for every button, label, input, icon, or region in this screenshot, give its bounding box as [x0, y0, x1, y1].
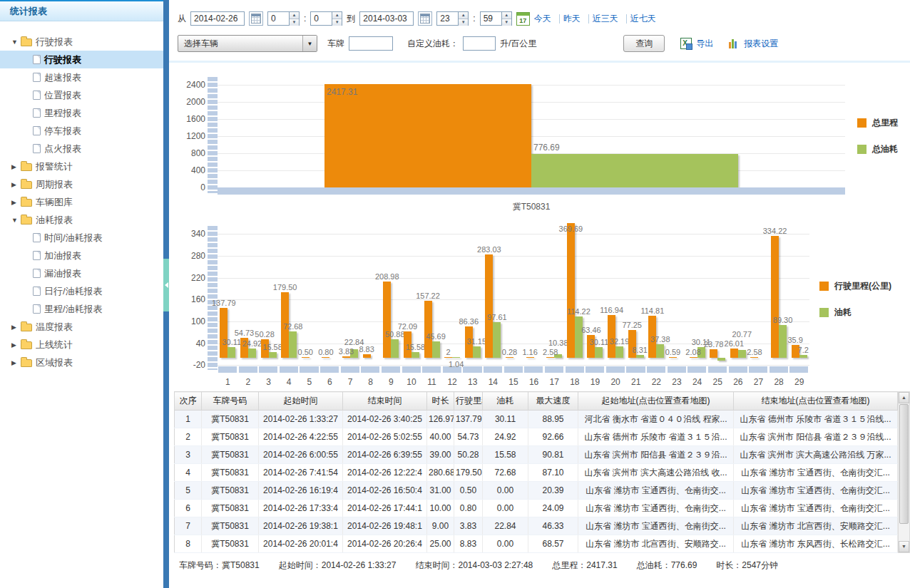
vehicle-select[interactable]: 选择车辆 ▼ [178, 35, 317, 52]
spin-down-icon[interactable]: ▼ [459, 19, 468, 26]
expand-arrow-icon[interactable]: ▶ [11, 199, 21, 206]
folder-icon [21, 217, 32, 225]
bar-value-label: 2 [431, 348, 466, 356]
sidebar-item-行驶报表[interactable]: 行驶报表 [0, 51, 163, 68]
table-row[interactable]: 2冀T508312014-02-26 4:22:552014-02-26 5:0… [175, 428, 898, 446]
sidebar-folder-行驶报表[interactable]: ▼行驶报表 [0, 33, 163, 51]
spin-down-icon[interactable]: ▼ [332, 19, 342, 26]
summary-item: 总油耗：776.69 [637, 559, 697, 572]
bar-value-label: 37.38 [643, 335, 678, 344]
fuel-input[interactable] [463, 36, 496, 51]
sidebar-folder-车辆图库[interactable]: ▶车辆图库 [0, 193, 163, 211]
sidebar-item-加油报表[interactable]: 加油报表 [0, 247, 163, 264]
settings-link[interactable]: 报表设置 [744, 38, 778, 50]
cell-address-link[interactable]: 山东省 潍坊市 北宫西街、安顺路交... [578, 535, 734, 553]
cell-address-link[interactable]: 山东省 潍坊市 宝通西街、仓南街交... [578, 500, 734, 517]
calendar-from-icon[interactable] [249, 11, 263, 26]
minute-from-input[interactable] [310, 11, 332, 26]
table-row[interactable]: 7冀T508312014-02-26 19:38:12014-02-26 19:… [175, 517, 898, 535]
expand-arrow-icon[interactable]: ▶ [11, 181, 21, 188]
table-row[interactable]: 3冀T508312014-02-26 6:00:552014-02-26 6:3… [175, 446, 898, 464]
cell-address-link[interactable]: 山东省 潍坊市 宝通西街、仓南街交... [578, 517, 734, 535]
sidebar-item-里程报表[interactable]: 里程报表 [0, 104, 163, 122]
spin-up-icon[interactable]: ▲ [459, 12, 468, 19]
query-button[interactable]: 查询 [623, 35, 665, 52]
cell-address-link[interactable]: 山东省 滨州市 滨大高速公路沿线 万家... [734, 446, 898, 464]
cell-address-link[interactable]: 山东省 滨州市 阳信县 省道２３９沿... [578, 446, 734, 464]
cell-address-link[interactable]: 山东省 滨州市 滨大高速公路沿线 收... [578, 464, 734, 482]
cell-address-link[interactable]: 山东省 潍坊市 北宫西街、安顺路交汇... [734, 517, 898, 535]
sidebar-splitter[interactable] [163, 0, 169, 588]
spin-up-icon[interactable]: ▲ [332, 12, 342, 19]
sidebar-folder-上线统计[interactable]: ▶上线统计 [0, 336, 163, 354]
x-axis-band-segment [729, 366, 747, 373]
legend-label: 总里程 [872, 117, 898, 129]
expand-arrow-icon[interactable]: ▶ [11, 341, 21, 349]
collapse-arrow-icon[interactable]: ▼ [11, 217, 21, 224]
folder-icon [21, 38, 32, 46]
date-from-input[interactable] [190, 11, 245, 26]
sidebar-folder-油耗报表[interactable]: ▼油耗报表 [0, 211, 163, 229]
calendar-to-icon[interactable] [418, 11, 432, 26]
scroll-down-button[interactable]: ▼ [899, 541, 909, 552]
scroll-up-button[interactable]: ▲ [899, 392, 909, 403]
cell: 2014-02-26 7:41:54 [259, 464, 343, 482]
dropdown-arrow-icon[interactable]: ▼ [302, 36, 317, 51]
scroll-thumb[interactable] [899, 404, 909, 524]
cell-address-link[interactable]: 河北省 衡水市 省道０４０沿线 程家... [578, 411, 734, 428]
expand-arrow-icon[interactable]: ▶ [11, 163, 21, 170]
hour-to-input[interactable] [436, 11, 458, 26]
collapse-arrow-icon[interactable]: ▼ [11, 38, 21, 46]
sidebar-folder-区域报表[interactable]: ▶区域报表 [0, 354, 163, 371]
link-last-3-days[interactable]: 近三天 [593, 13, 618, 25]
sidebar-item-停车报表[interactable]: 停车报表 [0, 122, 163, 140]
expand-arrow-icon[interactable]: ▶ [11, 359, 21, 366]
cell-address-link[interactable]: 山东省 潍坊市 宝通西街、仓南街交汇... [734, 464, 898, 482]
link-today[interactable]: 今天 [534, 13, 551, 25]
table-row[interactable]: 8冀T508312014-02-26 20:01:42014-02-26 20:… [175, 535, 898, 553]
cell-address-link[interactable]: 山东省 潍坊市 宝通西街、仓南街交... [578, 482, 734, 500]
sidebar-item-位置报表[interactable]: 位置报表 [0, 86, 163, 104]
spin-up-icon[interactable]: ▲ [290, 12, 299, 19]
expand-arrow-icon[interactable]: ▶ [11, 324, 21, 331]
date-to-input[interactable] [359, 11, 414, 26]
plate-input[interactable] [349, 36, 393, 51]
table-row[interactable]: 1冀T508312014-02-26 1:33:272014-02-26 3:4… [175, 411, 898, 428]
x-axis-band-segment [647, 366, 665, 373]
sidebar-item-超速报表[interactable]: 超速报表 [0, 68, 163, 86]
spin-down-icon[interactable]: ▼ [290, 19, 299, 26]
cell-address-link[interactable]: 山东省 潍坊市 宝通西街、仓南街交汇... [734, 500, 898, 517]
sidebar-folder-报警统计[interactable]: ▶报警统计 [0, 158, 163, 175]
spin-up-icon[interactable]: ▲ [502, 12, 511, 19]
table-row[interactable]: 6冀T508312014-02-26 17:33:42014-02-26 17:… [175, 500, 898, 517]
cell-address-link[interactable]: 山东省 德州市 乐陵市 省道３１５沿... [578, 428, 734, 446]
cell-address-link[interactable]: 山东省 潍坊市 东风西街、长松路交汇... [734, 535, 898, 553]
sidebar-folder-温度报表[interactable]: ▶温度报表 [0, 318, 163, 336]
fuel-unit-label: 升/百公里 [500, 38, 536, 50]
table-scrollbar[interactable]: ▲ ▼ [898, 391, 910, 553]
link-last-7-days[interactable]: 近七天 [630, 13, 656, 25]
sidebar-item-时间/油耗报表[interactable]: 时间/油耗报表 [0, 229, 163, 247]
quick-date-icon[interactable]: 17 [516, 12, 530, 26]
link-yesterday[interactable]: 昨天 [563, 13, 581, 25]
splitter-collapse-handle[interactable] [163, 259, 169, 311]
table-row[interactable]: 5冀T508312014-02-26 16:19:42014-02-26 16:… [175, 482, 898, 500]
table-row[interactable]: 4冀T508312014-02-26 7:41:542014-02-26 12:… [175, 464, 898, 482]
category-label: 16 [524, 377, 544, 387]
column-header: 时长 [427, 392, 454, 411]
x-axis-band-segment [402, 366, 421, 373]
sidebar-item-里程/油耗报表[interactable]: 里程/油耗报表 [0, 300, 163, 318]
sidebar-item-点火报表[interactable]: 点火报表 [0, 140, 163, 158]
cell-address-link[interactable]: 山东省 潍坊市 宝通西街、仓南街交汇... [734, 482, 898, 500]
cell-address-link[interactable]: 山东省 德州市 乐陵市 省道３１５沿线... [734, 411, 898, 428]
sidebar-item-漏油报表[interactable]: 漏油报表 [0, 264, 163, 282]
spin-down-icon[interactable]: ▼ [502, 19, 511, 26]
cell: 39.00 [427, 446, 454, 464]
sidebar-folder-周期报表[interactable]: ▶周期报表 [0, 175, 163, 193]
sidebar-item-日行/油耗报表[interactable]: 日行/油耗报表 [0, 282, 163, 300]
x-axis-band-segment [789, 366, 808, 373]
export-link[interactable]: 导出 [696, 38, 713, 50]
hour-from-input[interactable] [267, 11, 289, 26]
cell-address-link[interactable]: 山东省 滨州市 阳信县 省道２３９沿线... [734, 428, 898, 446]
minute-to-input[interactable] [480, 11, 501, 26]
